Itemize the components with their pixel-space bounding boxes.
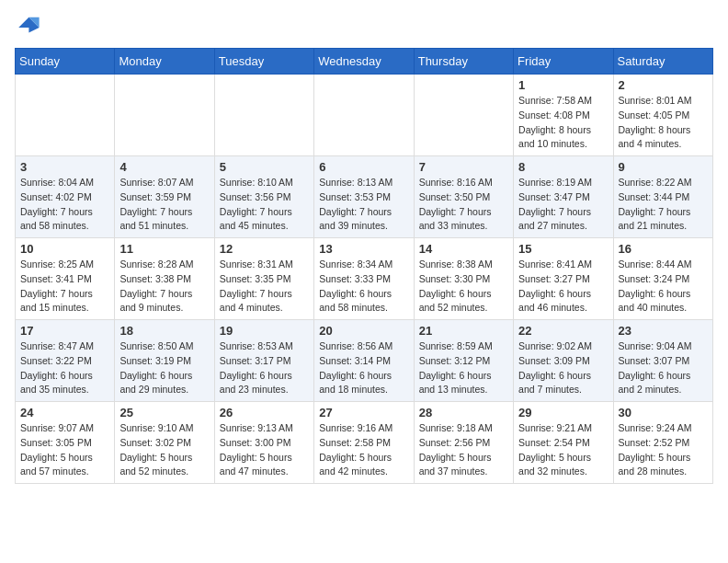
day-info: Sunrise: 8:13 AM Sunset: 3:53 PM Dayligh…	[319, 176, 408, 234]
calendar-table: SundayMondayTuesdayWednesdayThursdayFrid…	[15, 48, 713, 484]
calendar-cell: 4Sunrise: 8:07 AM Sunset: 3:59 PM Daylig…	[115, 156, 214, 238]
calendar-cell: 28Sunrise: 9:18 AM Sunset: 2:56 PM Dayli…	[414, 402, 513, 484]
weekday-header-row: SundayMondayTuesdayWednesdayThursdayFrid…	[16, 49, 713, 75]
day-number: 29	[518, 406, 608, 419]
calendar-week-row: 10Sunrise: 8:25 AM Sunset: 3:41 PM Dayli…	[16, 238, 713, 320]
day-number: 22	[518, 324, 608, 338]
calendar-cell: 19Sunrise: 8:53 AM Sunset: 3:17 PM Dayli…	[214, 320, 313, 402]
calendar-cell: 15Sunrise: 8:41 AM Sunset: 3:27 PM Dayli…	[514, 238, 613, 320]
calendar-cell: 24Sunrise: 9:07 AM Sunset: 3:05 PM Dayli…	[16, 402, 115, 484]
day-info: Sunrise: 9:16 AM Sunset: 2:58 PM Dayligh…	[319, 421, 408, 479]
calendar-cell: 17Sunrise: 8:47 AM Sunset: 3:22 PM Dayli…	[16, 320, 115, 402]
calendar-cell	[214, 75, 313, 156]
day-info: Sunrise: 9:10 AM Sunset: 3:02 PM Dayligh…	[119, 421, 209, 479]
calendar-cell: 9Sunrise: 8:22 AM Sunset: 3:44 PM Daylig…	[613, 156, 712, 238]
day-info: Sunrise: 8:38 AM Sunset: 3:30 PM Dayligh…	[419, 258, 508, 316]
calendar-cell: 7Sunrise: 8:16 AM Sunset: 3:50 PM Daylig…	[414, 156, 513, 238]
day-info: Sunrise: 9:18 AM Sunset: 2:56 PM Dayligh…	[419, 421, 508, 479]
day-info: Sunrise: 8:53 AM Sunset: 3:17 PM Dayligh…	[220, 339, 309, 397]
calendar-cell: 25Sunrise: 9:10 AM Sunset: 3:02 PM Dayli…	[115, 402, 214, 484]
weekday-header: Thursday	[414, 49, 513, 75]
calendar-cell: 10Sunrise: 8:25 AM Sunset: 3:41 PM Dayli…	[16, 238, 115, 320]
calendar-cell: 23Sunrise: 9:04 AM Sunset: 3:07 PM Dayli…	[613, 320, 712, 402]
day-number: 24	[20, 406, 109, 419]
day-info: Sunrise: 8:47 AM Sunset: 3:22 PM Dayligh…	[20, 339, 109, 397]
day-number: 19	[220, 324, 309, 338]
day-number: 8	[518, 160, 608, 174]
calendar-cell	[314, 75, 414, 156]
calendar-cell: 16Sunrise: 8:44 AM Sunset: 3:24 PM Dayli…	[613, 238, 712, 320]
weekday-header: Friday	[514, 49, 613, 75]
day-info: Sunrise: 8:56 AM Sunset: 3:14 PM Dayligh…	[319, 339, 408, 397]
day-info: Sunrise: 9:07 AM Sunset: 3:05 PM Dayligh…	[20, 421, 109, 479]
day-number: 16	[619, 242, 708, 256]
calendar-cell	[16, 75, 115, 156]
day-number: 10	[20, 242, 109, 256]
day-number: 26	[220, 406, 309, 419]
calendar-week-row: 1Sunrise: 7:58 AM Sunset: 4:08 PM Daylig…	[16, 75, 713, 156]
day-number: 9	[619, 160, 708, 174]
day-number: 11	[119, 242, 209, 256]
weekday-header: Wednesday	[314, 49, 414, 75]
day-number: 20	[319, 324, 408, 338]
day-info: Sunrise: 9:21 AM Sunset: 2:54 PM Dayligh…	[518, 421, 608, 479]
day-number: 6	[319, 160, 408, 174]
day-number: 2	[619, 78, 708, 92]
day-info: Sunrise: 8:04 AM Sunset: 4:02 PM Dayligh…	[20, 176, 109, 234]
day-info: Sunrise: 8:41 AM Sunset: 3:27 PM Dayligh…	[518, 258, 608, 316]
day-number: 21	[419, 324, 508, 338]
day-number: 28	[419, 406, 508, 419]
day-info: Sunrise: 9:13 AM Sunset: 3:00 PM Dayligh…	[220, 421, 309, 479]
day-info: Sunrise: 8:31 AM Sunset: 3:35 PM Dayligh…	[220, 258, 309, 316]
day-info: Sunrise: 7:58 AM Sunset: 4:08 PM Dayligh…	[518, 94, 608, 152]
day-number: 17	[20, 324, 109, 338]
day-info: Sunrise: 8:44 AM Sunset: 3:24 PM Dayligh…	[619, 258, 708, 316]
day-number: 7	[419, 160, 508, 174]
day-number: 30	[619, 406, 708, 419]
day-number: 27	[319, 406, 408, 419]
calendar-cell: 5Sunrise: 8:10 AM Sunset: 3:56 PM Daylig…	[214, 156, 313, 238]
header	[15, 15, 713, 40]
day-number: 13	[319, 242, 408, 256]
day-info: Sunrise: 9:24 AM Sunset: 2:52 PM Dayligh…	[619, 421, 708, 479]
calendar-cell: 11Sunrise: 8:28 AM Sunset: 3:38 PM Dayli…	[115, 238, 214, 320]
day-info: Sunrise: 8:19 AM Sunset: 3:47 PM Dayligh…	[518, 176, 608, 234]
day-info: Sunrise: 8:50 AM Sunset: 3:19 PM Dayligh…	[119, 339, 209, 397]
calendar-cell	[115, 75, 214, 156]
weekday-header: Tuesday	[214, 49, 313, 75]
calendar-cell: 1Sunrise: 7:58 AM Sunset: 4:08 PM Daylig…	[514, 75, 613, 156]
day-info: Sunrise: 8:01 AM Sunset: 4:05 PM Dayligh…	[619, 94, 708, 152]
calendar-cell: 12Sunrise: 8:31 AM Sunset: 3:35 PM Dayli…	[214, 238, 313, 320]
day-number: 3	[20, 160, 109, 174]
day-info: Sunrise: 9:04 AM Sunset: 3:07 PM Dayligh…	[619, 339, 708, 397]
day-info: Sunrise: 8:59 AM Sunset: 3:12 PM Dayligh…	[419, 339, 508, 397]
day-number: 12	[220, 242, 309, 256]
logo-icon	[15, 15, 40, 40]
day-info: Sunrise: 9:02 AM Sunset: 3:09 PM Dayligh…	[518, 339, 608, 397]
calendar-cell: 2Sunrise: 8:01 AM Sunset: 4:05 PM Daylig…	[613, 75, 712, 156]
calendar-cell: 27Sunrise: 9:16 AM Sunset: 2:58 PM Dayli…	[314, 402, 414, 484]
day-number: 25	[119, 406, 209, 419]
calendar-cell: 8Sunrise: 8:19 AM Sunset: 3:47 PM Daylig…	[514, 156, 613, 238]
day-info: Sunrise: 8:34 AM Sunset: 3:33 PM Dayligh…	[319, 258, 408, 316]
calendar-cell: 6Sunrise: 8:13 AM Sunset: 3:53 PM Daylig…	[314, 156, 414, 238]
calendar-cell: 21Sunrise: 8:59 AM Sunset: 3:12 PM Dayli…	[414, 320, 513, 402]
calendar-cell: 29Sunrise: 9:21 AM Sunset: 2:54 PM Dayli…	[514, 402, 613, 484]
logo	[15, 15, 44, 40]
calendar-cell: 20Sunrise: 8:56 AM Sunset: 3:14 PM Dayli…	[314, 320, 414, 402]
weekday-header: Sunday	[16, 49, 115, 75]
day-number: 4	[119, 160, 209, 174]
day-number: 14	[419, 242, 508, 256]
day-number: 1	[518, 78, 608, 92]
calendar-cell: 13Sunrise: 8:34 AM Sunset: 3:33 PM Dayli…	[314, 238, 414, 320]
day-info: Sunrise: 8:28 AM Sunset: 3:38 PM Dayligh…	[119, 258, 209, 316]
day-number: 15	[518, 242, 608, 256]
day-info: Sunrise: 8:22 AM Sunset: 3:44 PM Dayligh…	[619, 176, 708, 234]
calendar-cell: 22Sunrise: 9:02 AM Sunset: 3:09 PM Dayli…	[514, 320, 613, 402]
day-number: 5	[220, 160, 309, 174]
calendar-cell: 18Sunrise: 8:50 AM Sunset: 3:19 PM Dayli…	[115, 320, 214, 402]
calendar-week-row: 17Sunrise: 8:47 AM Sunset: 3:22 PM Dayli…	[16, 320, 713, 402]
calendar-cell	[414, 75, 513, 156]
weekday-header: Saturday	[613, 49, 712, 75]
calendar-cell: 30Sunrise: 9:24 AM Sunset: 2:52 PM Dayli…	[613, 402, 712, 484]
